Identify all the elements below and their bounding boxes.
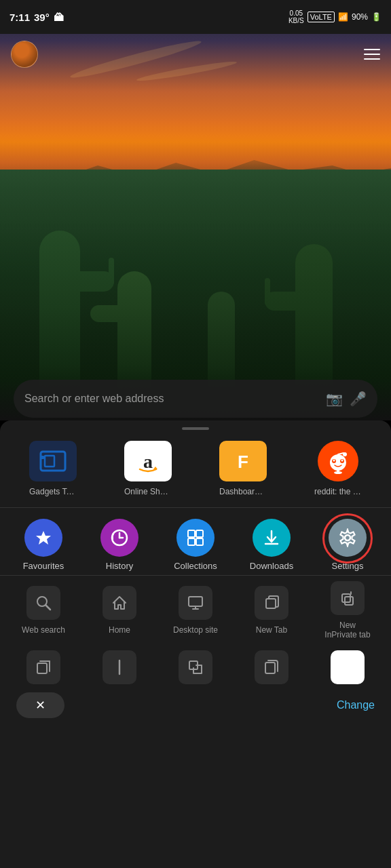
close-icon: ✕ <box>35 698 45 712</box>
bottom-toolbar-2 <box>0 645 391 690</box>
tool-websearch[interactable]: Web search <box>5 586 81 635</box>
history-label: History <box>106 561 133 571</box>
image-icon: 🏔 <box>54 12 64 23</box>
nav-downloads[interactable]: Downloads <box>234 519 310 571</box>
svg-rect-33 <box>345 597 353 605</box>
battery-icon: 🔋 <box>371 12 381 22</box>
change-link[interactable]: Change <box>337 699 375 711</box>
avatar[interactable] <box>11 41 38 68</box>
bookmark-gadgets[interactable]: Gadgets To ... <box>8 441 98 496</box>
tool-inprivate[interactable]: New InPrivate tab <box>310 581 386 639</box>
svg-point-6 <box>330 454 346 471</box>
newtab-icon-box <box>255 586 288 620</box>
battery: 90% <box>352 12 368 22</box>
nav-favourites[interactable]: Favourites <box>5 519 81 571</box>
tool-2-3[interactable] <box>157 650 234 684</box>
bookmark-reddit[interactable]: reddit: the fro... <box>293 441 383 496</box>
svg-rect-19 <box>188 530 195 537</box>
mic-icon[interactable]: 🎤 <box>350 391 367 407</box>
svg-point-13 <box>334 471 342 474</box>
downloads-label: Downloads <box>250 561 293 571</box>
collections-label: Collections <box>174 561 217 571</box>
desktop-icon-box <box>179 586 212 620</box>
reddit-label: reddit: the fro... <box>314 487 362 496</box>
overlay <box>0 136 391 420</box>
flipkart-icon: F <box>219 441 267 481</box>
svg-rect-28 <box>189 597 202 606</box>
tool-desktop[interactable]: Desktop site <box>157 586 234 635</box>
tool2-5-box <box>331 650 365 684</box>
websearch-label: Web search <box>22 625 65 635</box>
drag-handle <box>182 427 209 430</box>
nav-collections[interactable]: Collections <box>157 519 234 571</box>
tool-newtab[interactable]: New Tab <box>234 586 310 635</box>
inprivate-icon-box <box>331 581 365 615</box>
bookmark-amazon[interactable]: a Online Shopp... <box>103 441 193 496</box>
svg-point-10 <box>341 460 343 462</box>
settings-label: Settings <box>332 561 364 571</box>
amazon-label: Online Shopp... <box>124 487 172 496</box>
favourites-circle <box>24 519 62 557</box>
signal-icon: 📶 <box>338 12 348 22</box>
svg-rect-40 <box>265 663 275 673</box>
tool2-4-icon <box>255 650 288 684</box>
svg-rect-21 <box>188 538 195 545</box>
flipkart-label: Dashboard -... <box>219 487 267 496</box>
svg-point-9 <box>333 460 335 462</box>
amazon-icon: a <box>124 441 172 481</box>
svg-text:a: a <box>143 451 153 472</box>
nav-icons-row: Favourites History <box>0 507 391 575</box>
camera-icon[interactable]: 📷 <box>326 391 343 407</box>
svg-rect-1 <box>45 456 54 467</box>
svg-rect-20 <box>196 530 203 537</box>
newtab-label: New Tab <box>256 625 287 635</box>
tool2-1-icon <box>26 650 60 684</box>
favourites-label: Favourites <box>23 561 64 571</box>
status-left: 7:11 39° 🏔 <box>10 12 64 23</box>
tool2-2-icon <box>103 650 136 684</box>
svg-rect-22 <box>196 538 203 545</box>
time: 7:11 <box>10 12 30 23</box>
bookmark-flipkart[interactable]: F Dashboard -... <box>198 441 288 496</box>
reddit-icon <box>318 441 358 481</box>
home-icon-box <box>103 586 136 620</box>
home-label: Home <box>109 625 130 635</box>
gadgets-label: Gadgets To ... <box>29 487 77 496</box>
collections-circle <box>176 519 215 557</box>
bottom-panel: Gadgets To ... a Online Shopp... F Dashb… <box>0 420 391 868</box>
svg-rect-2 <box>41 456 44 459</box>
tool-home[interactable]: Home <box>81 586 157 635</box>
svg-line-27 <box>46 606 51 610</box>
history-circle <box>100 519 138 557</box>
settings-circle <box>329 519 367 557</box>
nav-settings[interactable]: Settings <box>310 519 386 571</box>
status-bar: 7:11 39° 🏔 0.05KB/S VoLTE 📶 90% 🔋 <box>0 0 391 34</box>
nav-history[interactable]: History <box>81 519 157 571</box>
svg-rect-35 <box>37 663 47 673</box>
svg-marker-14 <box>36 531 51 545</box>
menu-button[interactable] <box>364 49 380 60</box>
search-bar[interactable]: Search or enter web address 📷 🎤 <box>14 380 377 418</box>
browser-header <box>0 34 391 75</box>
avatar-image <box>12 41 37 67</box>
tool2-3-icon <box>179 650 212 684</box>
bottom-toolbar: Web search Home Desktop site New Tab <box>0 575 391 645</box>
tool-2-5 <box>310 650 386 684</box>
gadgets-icon <box>29 441 77 481</box>
svg-rect-32 <box>342 594 350 602</box>
status-right: 0.05KB/S VoLTE 📶 90% 🔋 <box>288 9 381 24</box>
tool-2-4[interactable] <box>234 650 310 684</box>
temp: 39° <box>34 12 50 23</box>
close-button[interactable]: ✕ <box>16 692 64 718</box>
search-placeholder: Search or enter web address <box>24 393 319 405</box>
desktop-label: Desktop site <box>173 625 218 635</box>
svg-text:F: F <box>238 452 248 472</box>
svg-point-25 <box>345 535 350 540</box>
tool-2-2[interactable] <box>81 650 157 684</box>
tool-2-1[interactable] <box>5 650 81 684</box>
websearch-icon-box <box>26 586 60 620</box>
svg-marker-4 <box>153 467 157 469</box>
lte-icon: VoLTE <box>308 12 335 22</box>
svg-rect-31 <box>266 599 276 608</box>
inprivate-label: New InPrivate tab <box>324 620 370 639</box>
